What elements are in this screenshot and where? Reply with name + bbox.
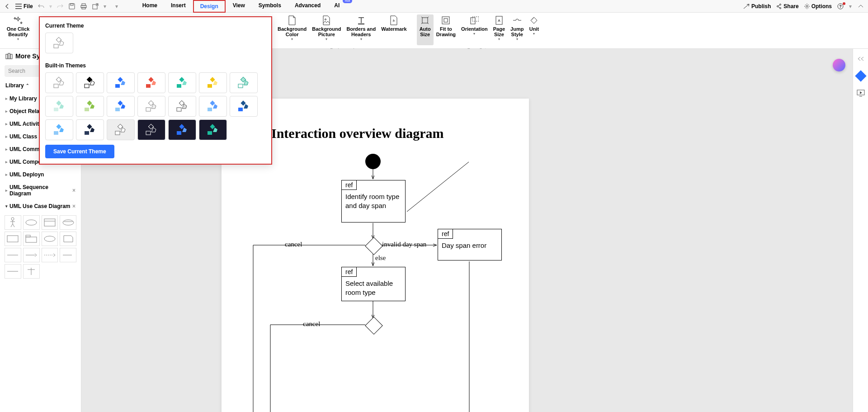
unit-button[interactable]: Unit ▾ bbox=[526, 14, 542, 45]
theme-2[interactable] bbox=[76, 72, 104, 93]
theme-3[interactable] bbox=[107, 72, 135, 93]
save-theme-button[interactable]: Save Current Theme bbox=[45, 145, 114, 158]
svg-rect-0 bbox=[69, 4, 75, 9]
style-panel-icon[interactable] bbox=[855, 71, 866, 81]
theme-1[interactable] bbox=[45, 72, 73, 93]
file-menu[interactable]: File bbox=[15, 3, 33, 9]
theme-8[interactable] bbox=[45, 96, 73, 117]
symbol-anchor[interactable] bbox=[23, 264, 40, 279]
builtin-themes-label: Built-in Themes bbox=[45, 62, 266, 69]
watermark-button[interactable]: A Watermark bbox=[378, 14, 409, 45]
lib-uml-usecase[interactable]: ▾UML Use Case Diagram× bbox=[0, 200, 81, 213]
orientation-button[interactable]: Orientation ▾ bbox=[458, 14, 491, 45]
theme-13[interactable] bbox=[199, 96, 227, 117]
theme-4[interactable] bbox=[137, 72, 165, 93]
symbol-actor[interactable] bbox=[5, 215, 21, 230]
tab-view[interactable]: View bbox=[226, 0, 251, 13]
symbol-line2[interactable] bbox=[23, 248, 40, 262]
save-icon[interactable] bbox=[68, 3, 75, 10]
theme-17[interactable] bbox=[107, 119, 135, 140]
theme-9[interactable] bbox=[76, 96, 104, 117]
svg-rect-17 bbox=[471, 18, 475, 24]
options-button[interactable]: Options bbox=[804, 3, 832, 9]
ref-tab-2: ref bbox=[438, 229, 453, 239]
print-icon[interactable] bbox=[80, 3, 87, 10]
redo-icon[interactable] bbox=[57, 3, 64, 10]
tab-advanced[interactable]: Advanced bbox=[288, 0, 327, 13]
lib-uml-sequence[interactable]: ▸UML Sequence Diagram× bbox=[0, 181, 81, 200]
symbol-line3[interactable] bbox=[42, 248, 58, 262]
start-node[interactable] bbox=[365, 154, 381, 169]
export-icon[interactable] bbox=[92, 3, 99, 10]
svg-rect-61 bbox=[118, 100, 123, 105]
publish-button[interactable]: Publish bbox=[743, 3, 771, 9]
fit-drawing-button[interactable]: Fit to Drawing bbox=[434, 14, 458, 45]
theme-14[interactable] bbox=[230, 96, 258, 117]
svg-rect-70 bbox=[238, 108, 243, 111]
ref-box-2[interactable]: ref Day span error bbox=[438, 229, 502, 260]
symbol-line5[interactable] bbox=[5, 264, 21, 279]
bg-picture-button[interactable]: Background Picture ▾ bbox=[309, 14, 344, 45]
ref-tab-3: ref bbox=[342, 267, 357, 277]
symbol-ellipse[interactable] bbox=[42, 232, 58, 246]
back-icon[interactable] bbox=[4, 3, 11, 10]
orientation-icon bbox=[469, 15, 479, 25]
tab-ai[interactable]: AI hot bbox=[328, 0, 346, 13]
ref-box-1[interactable]: ref Identify room type and day span bbox=[341, 180, 406, 223]
tab-design[interactable]: Design bbox=[193, 0, 226, 13]
theme-6[interactable] bbox=[199, 72, 227, 93]
decision-1[interactable] bbox=[365, 237, 383, 255]
close-icon[interactable]: × bbox=[72, 203, 75, 209]
theme-10[interactable] bbox=[107, 96, 135, 117]
symbol-palette bbox=[0, 213, 81, 281]
bg-color-button[interactable]: Background Color ▾ bbox=[275, 14, 309, 45]
theme-19[interactable] bbox=[168, 119, 196, 140]
symbol-rect[interactable] bbox=[5, 232, 21, 246]
undo-icon[interactable] bbox=[38, 3, 45, 10]
svg-rect-74 bbox=[85, 131, 89, 135]
symbol-usecase3[interactable] bbox=[60, 215, 76, 230]
symbol-line4[interactable] bbox=[60, 248, 76, 262]
one-click-beautify[interactable]: One Click Beautify ▾ bbox=[4, 14, 33, 45]
theme-20[interactable] bbox=[199, 119, 227, 140]
current-theme-swatch[interactable] bbox=[45, 33, 73, 53]
theme-16[interactable] bbox=[76, 119, 104, 140]
page-size-button[interactable]: A Page Size ▾ bbox=[491, 14, 508, 45]
theme-15[interactable] bbox=[45, 119, 73, 140]
decision-2[interactable] bbox=[365, 317, 383, 335]
collapse-icon[interactable] bbox=[857, 3, 864, 10]
symbol-usecase2[interactable] bbox=[42, 215, 58, 230]
svg-rect-50 bbox=[146, 84, 151, 88]
help-button[interactable]: ? bbox=[837, 3, 844, 9]
ai-label: AI bbox=[334, 2, 340, 9]
library-label: Library bbox=[5, 82, 24, 89]
svg-rect-26 bbox=[44, 219, 55, 226]
theme-7[interactable] bbox=[230, 72, 258, 93]
share-button[interactable]: Share bbox=[776, 3, 798, 9]
user-avatar[interactable] bbox=[833, 59, 845, 71]
lib-uml-deploy[interactable]: ▸UML Deployn bbox=[0, 168, 81, 181]
svg-rect-49 bbox=[148, 77, 153, 82]
tab-home[interactable]: Home bbox=[136, 0, 164, 13]
symbol-usecase[interactable] bbox=[23, 215, 40, 230]
tab-symbols[interactable]: Symbols bbox=[252, 0, 288, 13]
symbol-note[interactable] bbox=[60, 232, 76, 246]
close-icon[interactable]: × bbox=[72, 187, 75, 194]
svg-rect-80 bbox=[177, 131, 181, 135]
symbol-line1[interactable] bbox=[5, 248, 21, 262]
ref-box-3[interactable]: ref Select available room type bbox=[341, 267, 406, 301]
symbol-package[interactable] bbox=[23, 232, 40, 246]
svg-point-9 bbox=[806, 5, 808, 7]
theme-5[interactable] bbox=[168, 72, 196, 93]
theme-18[interactable] bbox=[137, 119, 165, 140]
tab-insert[interactable]: Insert bbox=[165, 0, 192, 13]
toolbar-left: File ▾ ▾ ▾ bbox=[4, 3, 118, 10]
auto-size-button[interactable]: Auto Size bbox=[417, 14, 434, 45]
borders-button[interactable]: Borders and Headers ▾ bbox=[344, 14, 378, 45]
jump-style-button[interactable]: Jump Style ▾ bbox=[508, 14, 526, 45]
present-icon[interactable] bbox=[855, 88, 866, 99]
collapse-right-icon[interactable] bbox=[855, 53, 866, 64]
theme-12[interactable] bbox=[168, 96, 196, 117]
theme-11[interactable] bbox=[137, 96, 165, 117]
label-cancel-2: cancel bbox=[303, 320, 320, 328]
